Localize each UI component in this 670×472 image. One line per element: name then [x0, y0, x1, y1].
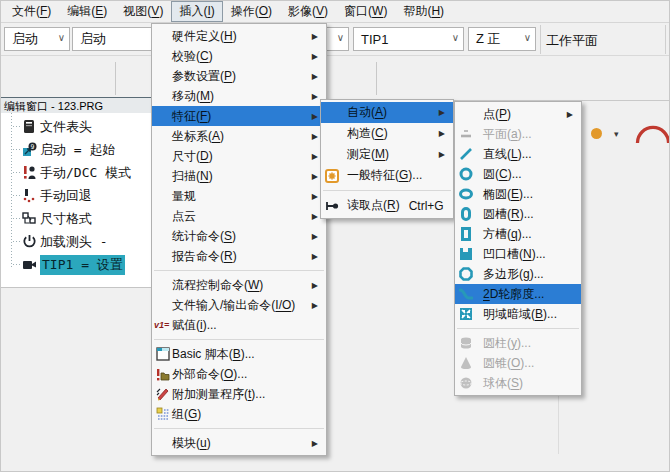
tree-row-manual-dcc[interactable]: 手动/DCC 模式: [1, 161, 151, 184]
menu-item-point[interactable]: 点(P)▶: [455, 104, 581, 124]
menu-item-basic-script[interactable]: Basic 脚本(B)...: [152, 344, 326, 364]
menu-item-calibration[interactable]: 校验(C)▶: [152, 46, 326, 66]
menu-item-notch-slot[interactable]: 凹口槽(N)...: [455, 244, 581, 264]
menu-item-measured[interactable]: 测定(M)▶: [321, 144, 453, 165]
menu-item-cone[interactable]: 圆锥(O)...: [455, 353, 581, 373]
probe-tip-combo[interactable]: TIP1 ∨: [353, 27, 464, 51]
chevron-down-icon[interactable]: ∨: [524, 32, 531, 43]
menu-item-parameter-settings[interactable]: 参数设置(P)▶: [152, 66, 326, 86]
submenu-arrow-icon: ▶: [312, 212, 318, 221]
menubar-item-file[interactable]: 文件(F): [4, 1, 59, 22]
menu-item-external-command[interactable]: 外部命令(O)...: [152, 364, 326, 384]
submenu-arrow-icon: ▶: [312, 281, 318, 290]
menu-item-bright-dark-field[interactable]: 明域暗域(B)...: [455, 304, 581, 324]
menubar-item-insert[interactable]: 插入(I): [171, 1, 222, 22]
start-mode-combo[interactable]: 启动 ∨: [4, 27, 70, 51]
menubar-item-vision[interactable]: 影像(V): [280, 1, 336, 22]
tree-row-file-header[interactable]: 文件表头: [1, 115, 151, 138]
circle-icon: [459, 167, 473, 181]
menu-separator: [154, 339, 324, 340]
point-tool-button[interactable]: [589, 126, 603, 140]
menu-item-label: 直线(L)...: [483, 146, 532, 163]
menu-item-auto[interactable]: 自动(A)▶: [321, 102, 453, 123]
menu-separator: [154, 428, 324, 429]
tree-stub: [13, 264, 21, 265]
menu-item-2d-profile[interactable]: 2D轮廓度...: [455, 284, 581, 304]
menu-item-sphere[interactable]: 球体(S): [455, 373, 581, 393]
menu-item-pointcloud[interactable]: 点云▶: [152, 206, 326, 226]
menu-item-statistics-command[interactable]: 统计命令(S)▶: [152, 226, 326, 246]
menu-item-polygon[interactable]: 多边形(g)...: [455, 264, 581, 284]
menu-item-scan[interactable]: 扫描(N)▶: [152, 166, 326, 186]
menu-item-dimension[interactable]: 尺寸(D)▶: [152, 146, 326, 166]
menu-item-shortcut: Ctrl+G: [409, 199, 444, 213]
menu-item-round-slot[interactable]: 圆槽(R)...: [455, 204, 581, 224]
menubar-item-view[interactable]: 视图(V): [115, 1, 171, 22]
submenu-arrow-icon: ▶: [312, 72, 318, 81]
menu-item-feature[interactable]: 特征(F)▶: [152, 106, 326, 126]
workplane-label: 工作平面: [546, 32, 598, 50]
submenu-arrow-icon: ▶: [439, 150, 445, 159]
tree-stub: [13, 126, 21, 127]
menubar-item-edit-label: 编辑(E): [67, 4, 107, 18]
menubar-item-operation[interactable]: 操作(O): [223, 1, 280, 22]
menu-item-label: 移动(M): [172, 88, 214, 105]
chevron-down-icon[interactable]: ∨: [452, 32, 459, 43]
menu-item-alignment[interactable]: 坐标系(A)▶: [152, 126, 326, 146]
toolbar-group-separator: [115, 62, 116, 95]
menu-item-group[interactable]: 组(G): [152, 404, 326, 424]
menu-item-report-command[interactable]: 报告命令(R)▶: [152, 246, 326, 266]
menu-separator: [154, 270, 324, 271]
dropdown-caret-icon[interactable]: ▾: [614, 129, 619, 139]
tree-row-tip1-selected[interactable]: TIP1 = 设置: [1, 253, 151, 276]
chevron-down-icon[interactable]: ∨: [58, 32, 65, 43]
menu-item-label: 赋值(i)...: [172, 317, 217, 334]
tree-row-load-probe[interactable]: 加载测头 -: [1, 230, 151, 253]
icon-toolbar: ▾ ▾ ▾: [1, 56, 670, 101]
menu-separator: [323, 190, 451, 191]
chevron-down-icon[interactable]: ∨: [337, 32, 344, 43]
menu-item-file-io-command[interactable]: 文件输入/输出命令(I/O)▶: [152, 295, 326, 315]
menu-item-read-point[interactable]: 读取点(R) Ctrl+G: [321, 195, 453, 216]
menu-item-circle[interactable]: 圆(C)...: [455, 164, 581, 184]
edit-window-title: 编辑窗口 - 123.PRG: [1, 98, 151, 113]
start-mode-combo-value: 启动: [12, 30, 38, 48]
menu-item-label: 量规: [172, 188, 196, 205]
menu-item-label: 点(P): [483, 106, 511, 123]
menu-item-label: 圆槽(R)...: [483, 206, 534, 223]
menu-item-attached-measurement-program[interactable]: 附加测量程序(t)...: [152, 384, 326, 404]
menu-item-gage[interactable]: 量规▶: [152, 186, 326, 206]
menu-item-plane[interactable]: 平面(a)...: [455, 124, 581, 144]
menu-item-hardware-definition[interactable]: 硬件定义(H)▶: [152, 26, 326, 46]
menubar-item-edit[interactable]: 编辑(E): [59, 1, 115, 22]
menu-item-ellipse[interactable]: 椭圆(E)...: [455, 184, 581, 204]
menu-item-label: 方槽(q)...: [483, 226, 532, 243]
assignment-icon: v1=: [154, 320, 169, 330]
menu-item-modules[interactable]: 模块(u)▶: [152, 433, 326, 453]
startup-icon: 9: [22, 142, 37, 157]
menu-item-cylinder[interactable]: 圆柱(y)...: [455, 333, 581, 353]
menu-item-assignment[interactable]: v1=赋值(i)...: [152, 315, 326, 335]
menubar-item-help[interactable]: 帮助(H): [395, 1, 452, 22]
menu-item-line[interactable]: 直线(L)...: [455, 144, 581, 164]
menu-item-square-slot[interactable]: 方槽(q)...: [455, 224, 581, 244]
tree-row-dim-format[interactable]: 尺寸格式: [1, 207, 151, 230]
arc-tool-button[interactable]: [635, 120, 670, 148]
group-icon: [156, 407, 170, 421]
manual-dcc-icon: [22, 165, 37, 180]
menu-item-label: 构造(C): [347, 125, 388, 142]
tree-row-startup[interactable]: 9 启动 = 起始: [1, 138, 151, 161]
load-probe-icon: [22, 234, 37, 249]
tree-row-manual-retract[interactable]: 手动回退: [1, 184, 151, 207]
menu-item-constructed[interactable]: 构造(C)▶: [321, 123, 453, 144]
edit-window: 编辑窗口 - 123.PRG 文件表头 9 启动 = 起始 手动/DCC 模式: [1, 97, 152, 288]
line-icon: [459, 147, 473, 161]
workplane-axis-combo[interactable]: Z 正 ∨: [468, 27, 536, 51]
workplane-axis-combo-value: Z 正: [476, 30, 501, 48]
menu-item-move[interactable]: 移动(M)▶: [152, 86, 326, 106]
submenu-arrow-icon: ▶: [312, 232, 318, 241]
bright-dark-field-icon: [459, 307, 473, 321]
menubar-item-window[interactable]: 窗口(W): [336, 1, 395, 22]
menu-item-flow-control-command[interactable]: 流程控制命令(W)▶: [152, 275, 326, 295]
menu-item-generic-feature[interactable]: 一般特征(G)...: [321, 165, 453, 186]
